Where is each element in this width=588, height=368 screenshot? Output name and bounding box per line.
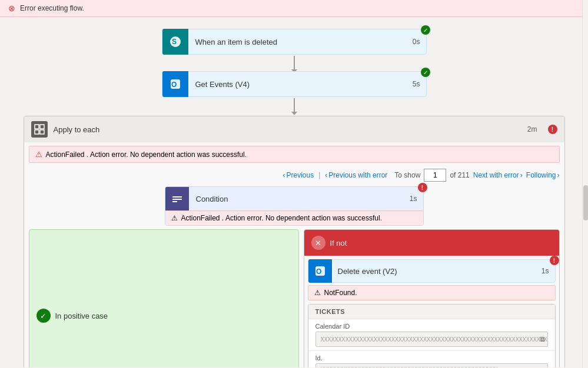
id-field: Id. XXXXXXXXXXXXXXXXXXXXXXXXXXXXXXXXXXXX… (308, 351, 555, 367)
svg-text:O: O (171, 81, 177, 89)
previous-with-error-link[interactable]: Previous with error (325, 171, 387, 179)
id-label: Id. (315, 354, 548, 362)
positive-branch-label: In positive case (55, 312, 108, 320)
apply-each-container: Apply to each 2m ! ⚠ ActionFailed . Acti… (24, 116, 565, 367)
step-when-item-deleted[interactable]: S When an item is deleted 0s ✓ (162, 29, 427, 55)
calendar-id-field: Calendar ID XXXXXXXXXXXXXXXXXXXXXXXXXXXX… (308, 319, 555, 351)
condition-failed-bar: ⚠ ActionFailed . Action error. No depend… (165, 210, 423, 225)
sharepoint-icon: S (162, 29, 188, 55)
following-link[interactable]: Following (526, 171, 560, 179)
chevron-left-error-icon (325, 171, 327, 179)
page-number-input[interactable] (424, 169, 446, 182)
svg-rect-9 (172, 199, 182, 200)
apply-each-label: Apply to each (54, 125, 521, 134)
condition-duration: 1s (404, 195, 423, 203)
delete-event-duration: 1s (536, 267, 555, 275)
svg-text:S: S (172, 38, 177, 46)
chevron-right-error-icon (520, 171, 523, 179)
delete-event-label: Delete event (V2) (332, 267, 536, 276)
right-scrollbar[interactable] (582, 0, 588, 368)
not-found-warn-icon: ⚠ (314, 289, 321, 297)
condition-error-dot: ! (418, 183, 427, 192)
negative-branch-header: ✕ If not (304, 230, 559, 256)
scrollbar-thumb (583, 185, 588, 220)
x-circle-icon: ✕ (311, 236, 325, 250)
apply-each-error-dot: ! (548, 125, 557, 134)
svg-rect-10 (172, 201, 177, 202)
step2-success-badge: ✓ (421, 68, 430, 77)
step-get-events[interactable]: O Get Events (V4) 5s ✓ (162, 71, 427, 97)
delete-event-error-dot: ! (550, 256, 559, 265)
step1-label: When an item is deleted (188, 38, 407, 46)
step2-label: Get Events (V4) (188, 80, 407, 89)
connector-arrow-2 (294, 98, 295, 112)
step1-duration: 0s (407, 38, 426, 46)
flow-canvas: S When an item is deleted 0s ✓ O Get Eve… (0, 17, 588, 367)
condition-failed-text: ActionFailed . Action error. No dependen… (181, 214, 383, 222)
step2-duration: 5s (407, 80, 426, 88)
chevron-right-icon (557, 171, 560, 179)
calendar-id-copy-icon[interactable]: ⧉ (540, 335, 545, 343)
svg-rect-4 (35, 125, 39, 129)
delete-event-card[interactable]: O Delete event (V2) 1s ! (308, 259, 556, 283)
branches-row: ✓ In positive case ✕ If not O (29, 229, 560, 367)
tickets-header: TICKETS (308, 305, 555, 319)
apply-each-failed-text: ActionFailed . Action error. No dependen… (46, 150, 247, 159)
apply-each-action-failed: ⚠ ActionFailed . Action error. No depend… (29, 146, 560, 163)
step1-success-badge: ✓ (421, 25, 430, 35)
svg-rect-8 (172, 196, 182, 198)
previous-link[interactable]: Previous (283, 171, 314, 179)
svg-rect-6 (35, 130, 39, 134)
svg-text:O: O (316, 267, 321, 276)
apply-each-inner: Condition 1s ⚠ ActionFailed . Action err… (24, 184, 564, 367)
condition-label: Condition (189, 195, 404, 203)
error-circle-icon: ⊗ (8, 4, 15, 13)
condition-warn-icon: ⚠ (171, 214, 178, 222)
condition-icon (165, 187, 189, 210)
to-show-label: To show (394, 171, 420, 179)
chevron-left-icon (283, 171, 285, 179)
condition-header: Condition 1s (165, 187, 423, 210)
delete-event-outlook-icon: O (308, 259, 332, 283)
id-value: XXXXXXXXXXXXXXXXXXXXXXXXXXXXXXXXXXXXXXXX… (315, 363, 548, 367)
negative-branch-label: If not (330, 239, 347, 247)
not-found-bar: ⚠ NotFound. (308, 285, 556, 300)
error-banner: ⊗ Error executing flow. (0, 0, 588, 17)
pagination-nav: Previous | Previous with error To show o… (24, 166, 564, 184)
page-of-text: of 211 (450, 171, 469, 179)
negative-branch: ✕ If not O Delete event (V2) 1s (304, 229, 560, 367)
svg-rect-7 (40, 130, 44, 134)
connector-arrow-1 (294, 56, 295, 70)
not-found-text: NotFound. (324, 289, 357, 297)
svg-rect-5 (40, 125, 44, 129)
error-banner-text: Error executing flow. (20, 4, 84, 12)
next-with-error-link[interactable]: Next with error (473, 171, 523, 179)
apply-each-header[interactable]: Apply to each 2m ! (24, 116, 564, 142)
check-circle-icon: ✓ (36, 309, 51, 323)
apply-each-duration: 2m (527, 125, 537, 133)
warn-triangle-icon: ⚠ (35, 150, 42, 159)
positive-branch: ✓ In positive case (29, 229, 299, 367)
calendar-id-label: Calendar ID (315, 323, 548, 330)
calendar-id-value: XXXXXXXXXXXXXXXXXXXXXXXXXXXXXXXXXXXXXXXX… (315, 332, 548, 347)
condition-card[interactable]: Condition 1s ⚠ ActionFailed . Action err… (165, 186, 424, 226)
apply-each-icon (31, 121, 48, 138)
tickets-section: TICKETS Calendar ID XXXXXXXXXXXXXXXXXXXX… (308, 304, 556, 367)
outlook-icon: O (162, 71, 188, 97)
